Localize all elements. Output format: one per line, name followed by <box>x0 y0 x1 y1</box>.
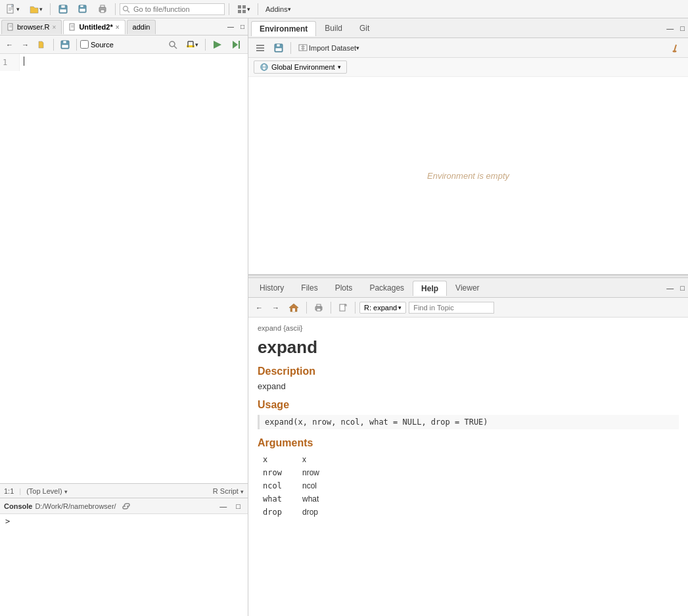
maximize-button[interactable]: □ <box>237 21 248 32</box>
open-file-button[interactable]: ▾ <box>26 2 46 16</box>
code-editor[interactable]: 1 <box>0 54 248 483</box>
run-button[interactable] <box>209 38 226 51</box>
env-toolbar-sep <box>290 42 291 54</box>
source-label: Source <box>91 41 114 49</box>
tab-plots[interactable]: Plots <box>327 280 361 295</box>
arg-row: xx <box>258 453 679 466</box>
scope-indicator: (Top Level) ▾ <box>26 487 67 495</box>
console-title: Console <box>4 502 32 510</box>
tab-close-browser-r[interactable]: × <box>53 24 57 31</box>
import-dataset-label: Import Dataset <box>309 44 356 52</box>
help-panel: History Files Plots Packages Help Viewer <box>248 278 688 616</box>
status-sep-1: | <box>19 487 21 495</box>
svg-rect-56 <box>317 308 321 311</box>
help-toolbar: R: expand ▾ <box>248 298 688 318</box>
source-checkbox[interactable] <box>80 40 89 49</box>
code-content[interactable] <box>21 54 248 483</box>
save-all-button[interactable] <box>74 2 91 16</box>
console-panel: Console D:/Work/R/namebrowser/ — □ > <box>0 498 248 616</box>
svg-rect-41 <box>277 44 280 47</box>
tab-label-browser-r: browser.R <box>17 23 50 31</box>
tab-addin[interactable]: addin <box>127 20 156 34</box>
env-list-button[interactable] <box>252 41 268 55</box>
addins-button[interactable]: Addins <box>262 3 294 15</box>
env-maximize-button[interactable]: □ <box>677 22 688 34</box>
help-toolbar-sep <box>306 302 307 314</box>
run-to-button[interactable] <box>228 38 245 51</box>
go-to-file-input[interactable] <box>120 3 225 15</box>
help-section-arguments-title: Arguments <box>258 437 679 449</box>
help-maximize-button[interactable]: □ <box>677 282 688 294</box>
svg-rect-15 <box>238 5 241 9</box>
help-nav-dropdown[interactable]: R: expand ▾ <box>359 302 406 314</box>
svg-point-28 <box>170 41 175 47</box>
save-button[interactable] <box>55 2 72 16</box>
env-empty-text: Environment is empty <box>427 171 509 181</box>
tab-label-addin: addin <box>133 23 150 31</box>
editor-save-button[interactable] <box>57 38 73 51</box>
broom-button[interactable] <box>668 41 684 55</box>
grid-button[interactable]: ▾ <box>233 2 254 16</box>
tab-browser-r[interactable]: browser.R × <box>1 20 62 34</box>
svg-rect-37 <box>256 45 264 46</box>
tab-packages[interactable]: Packages <box>361 280 413 295</box>
env-save-button[interactable] <box>271 41 287 55</box>
help-back-icon <box>256 304 263 312</box>
help-toolbar-sep2 <box>331 302 331 314</box>
tab-history[interactable]: History <box>251 280 292 295</box>
help-print-button[interactable] <box>311 301 327 314</box>
forward-button[interactable] <box>18 39 32 51</box>
tab-git[interactable]: Git <box>351 20 378 36</box>
arg-desc: drop <box>297 506 679 519</box>
help-back-button[interactable] <box>252 302 266 314</box>
text-cursor <box>24 57 24 66</box>
toolbar-separator-4 <box>258 3 258 15</box>
svg-rect-8 <box>80 5 83 7</box>
arg-desc: x <box>297 453 679 466</box>
svg-rect-39 <box>256 50 264 51</box>
svg-rect-12 <box>101 10 104 12</box>
help-section-description-body: expand <box>258 381 679 391</box>
tab-files[interactable]: Files <box>292 280 326 295</box>
help-home-button[interactable] <box>285 301 302 314</box>
console-maximize-button[interactable]: □ <box>233 500 244 512</box>
help-export-button[interactable] <box>335 301 351 314</box>
show-file-button[interactable] <box>34 38 50 51</box>
tab-untitled2[interactable]: Untitled2* × <box>63 20 125 34</box>
global-env-label: Global Environment <box>271 63 335 71</box>
help-minimize-button[interactable]: — <box>663 282 677 294</box>
main-layout: browser.R × Untitled2* × addin — □ <box>0 18 688 616</box>
arg-name: nrow <box>258 466 297 479</box>
print-button[interactable] <box>94 2 111 16</box>
back-button[interactable] <box>3 39 16 51</box>
console-content[interactable]: > <box>0 514 248 616</box>
editor-tabs: browser.R × Untitled2* × addin — □ <box>0 18 248 36</box>
global-env-dropdown[interactable]: Global Environment ▾ <box>254 60 347 74</box>
search-button[interactable] <box>165 38 181 51</box>
env-minimize-button[interactable]: — <box>663 22 677 34</box>
arg-name: drop <box>258 506 297 519</box>
collapse-button[interactable]: — <box>224 21 237 32</box>
svg-rect-42 <box>275 48 282 51</box>
console-link-button[interactable] <box>119 500 133 512</box>
find-in-topic-input[interactable] <box>409 302 494 314</box>
console-minimize-button[interactable]: — <box>216 500 230 512</box>
help-forward-button[interactable] <box>269 302 283 314</box>
help-nav-label: R: expand <box>364 304 397 312</box>
svg-line-47 <box>674 45 676 51</box>
tab-close-untitled2[interactable]: × <box>116 24 120 31</box>
tab-viewer[interactable]: Viewer <box>447 280 488 295</box>
import-dataset-button[interactable]: Import Dataset ▾ <box>295 41 363 55</box>
highlight-button[interactable]: ▾ <box>183 38 202 51</box>
tab-environment[interactable]: Environment <box>251 21 316 36</box>
tab-help[interactable]: Help <box>413 281 447 296</box>
arguments-table: xxnrownrowncolncolwhatwhatdropdrop <box>258 453 679 519</box>
svg-marker-35 <box>233 41 238 49</box>
tab-build[interactable]: Build <box>316 20 351 36</box>
svg-rect-9 <box>80 9 85 12</box>
toolbar-separator-1 <box>50 3 51 15</box>
svg-rect-27 <box>62 45 68 48</box>
arg-row: whatwhat <box>258 492 679 506</box>
toolbar-sep-e2 <box>76 39 77 51</box>
new-file-button[interactable]: ▾ <box>3 2 23 16</box>
